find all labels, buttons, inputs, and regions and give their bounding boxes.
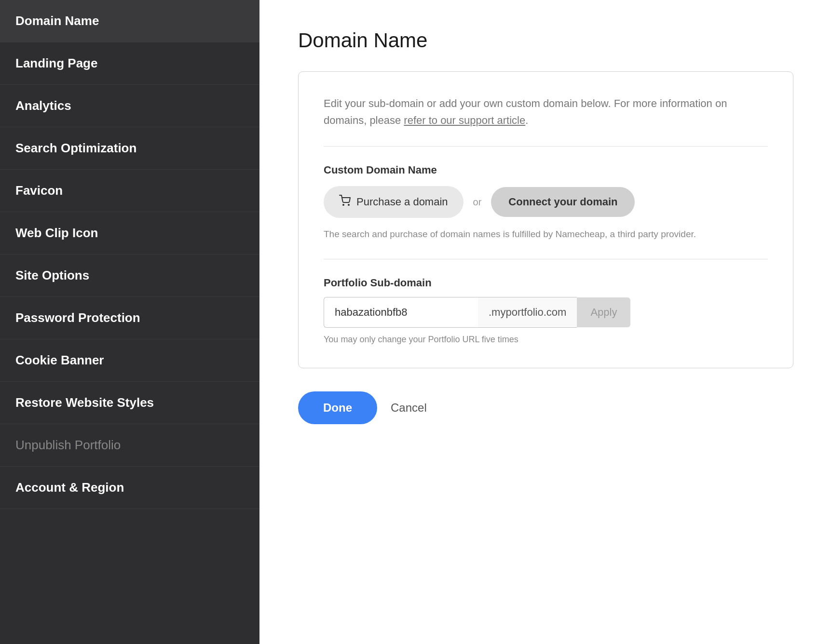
sidebar-item-landing-page[interactable]: Landing Page [0, 42, 259, 85]
svg-point-1 [348, 204, 349, 205]
sidebar-item-domain-name[interactable]: Domain Name [0, 0, 259, 42]
or-text: or [473, 197, 482, 208]
card-description: Edit your sub-domain or add your own cus… [324, 95, 768, 147]
sidebar-item-password-protection[interactable]: Password Protection [0, 297, 259, 339]
page-title: Domain Name [298, 29, 793, 52]
sidebar-item-account-region[interactable]: Account & Region [0, 467, 259, 509]
connect-domain-button[interactable]: Connect your domain [491, 187, 635, 217]
apply-button[interactable]: Apply [577, 297, 630, 327]
custom-domain-label: Custom Domain Name [324, 164, 768, 176]
sidebar: Domain NameLanding PageAnalyticsSearch O… [0, 0, 259, 644]
done-button[interactable]: Done [298, 391, 377, 424]
purchase-domain-button[interactable]: Purchase a domain [324, 186, 464, 218]
svg-point-0 [343, 204, 344, 205]
cart-icon [339, 195, 351, 209]
sidebar-item-favicon[interactable]: Favicon [0, 170, 259, 212]
sidebar-item-web-clip-icon[interactable]: Web Clip Icon [0, 212, 259, 255]
domain-name-card: Edit your sub-domain or add your own cus… [298, 71, 793, 368]
sidebar-item-search-optimization[interactable]: Search Optimization [0, 127, 259, 170]
subdomain-hint: You may only change your Portfolio URL f… [324, 335, 768, 345]
purchase-domain-label: Purchase a domain [356, 196, 448, 208]
sidebar-item-analytics[interactable]: Analytics [0, 85, 259, 127]
main-content: Domain Name Edit your sub-domain or add … [259, 0, 832, 644]
provider-note: The search and purchase of domain names … [324, 228, 768, 259]
subdomain-row: .myportfolio.com Apply [324, 297, 768, 328]
subdomain-label: Portfolio Sub-domain [324, 277, 768, 289]
domain-buttons-row: Purchase a domain or Connect your domain [324, 186, 768, 218]
sidebar-item-unpublish-portfolio[interactable]: Unpublish Portfolio [0, 424, 259, 467]
cancel-button[interactable]: Cancel [391, 401, 427, 415]
custom-domain-section: Custom Domain Name Purchase a domain or … [324, 164, 768, 259]
support-article-link[interactable]: refer to our support article [404, 114, 525, 126]
description-end: . [525, 114, 528, 126]
sidebar-item-restore-website-styles[interactable]: Restore Website Styles [0, 382, 259, 424]
subdomain-section: Portfolio Sub-domain .myportfolio.com Ap… [324, 277, 768, 345]
subdomain-suffix: .myportfolio.com [478, 297, 577, 328]
subdomain-input[interactable] [324, 297, 478, 328]
sidebar-item-site-options[interactable]: Site Options [0, 255, 259, 297]
footer-buttons: Done Cancel [298, 391, 793, 424]
sidebar-item-cookie-banner[interactable]: Cookie Banner [0, 339, 259, 382]
